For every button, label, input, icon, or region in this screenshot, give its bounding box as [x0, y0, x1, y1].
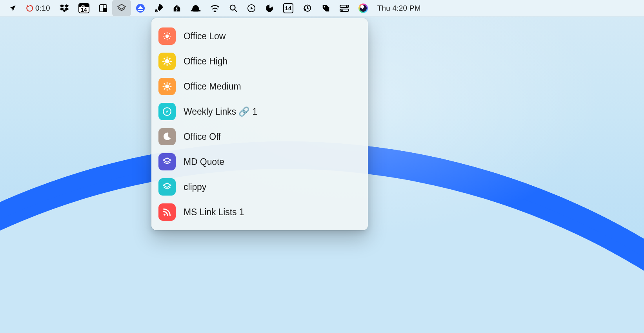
- svg-point-16: [165, 84, 169, 88]
- svg-point-15: [165, 59, 169, 64]
- date-box-day: 14: [285, 5, 291, 11]
- shortcut-office-off[interactable]: Office Off: [156, 124, 363, 149]
- eject-app-icon[interactable]: [131, 0, 150, 16]
- timer-icon: [26, 4, 34, 12]
- shortcut-ms-link-lists[interactable]: MS Link Lists 1: [156, 199, 363, 225]
- shortcut-label: Office High: [184, 56, 227, 67]
- menubar: 0:10 OCT 14: [0, 0, 644, 16]
- moon-icon: [158, 128, 176, 145]
- svg-rect-4: [138, 10, 143, 11]
- home-energy-icon[interactable]: [168, 0, 186, 16]
- rss-feed-icon: [158, 203, 176, 221]
- play-circle-icon[interactable]: [242, 0, 260, 16]
- panels-app-icon[interactable]: [94, 0, 112, 16]
- wifi-icon[interactable]: [206, 0, 224, 16]
- shortcut-office-medium[interactable]: Office Medium: [156, 74, 363, 99]
- date-box-icon[interactable]: 14: [278, 0, 298, 16]
- dropbox-icon[interactable]: [55, 0, 74, 16]
- siri-icon[interactable]: [354, 0, 373, 16]
- brightness-medium-icon: [158, 78, 176, 95]
- pie-app-icon[interactable]: [260, 0, 278, 16]
- shortcuts-dropdown: Office Low Office High Office Medium Wee…: [151, 18, 368, 230]
- rocket-app-icon[interactable]: [150, 0, 168, 16]
- shortcut-label: Office Low: [184, 31, 226, 42]
- calendar-menu-icon[interactable]: OCT 14: [74, 0, 94, 16]
- shortcuts-stack-icon: [158, 153, 176, 170]
- safari-compass-icon: [158, 103, 176, 120]
- hat-app-icon[interactable]: [186, 0, 206, 16]
- shortcut-label: Office Medium: [184, 81, 241, 92]
- shortcut-label: clippy: [184, 182, 206, 192]
- timer-text: 0:10: [35, 4, 50, 13]
- svg-point-11: [346, 5, 347, 7]
- calendar-day: 14: [81, 7, 87, 13]
- shortcut-label: Office Off: [184, 132, 221, 142]
- tag-app-icon[interactable]: [317, 0, 335, 16]
- shortcut-label: Weekly Links 🔗 1: [184, 106, 257, 117]
- spotlight-search-icon[interactable]: [224, 0, 242, 16]
- brightness-high-icon: [158, 53, 176, 70]
- shortcuts-menu-icon[interactable]: [112, 0, 131, 16]
- shortcut-label: MS Link Lists 1: [184, 207, 244, 218]
- clock-menu-item[interactable]: Thu 4:20 PM: [373, 0, 422, 16]
- control-center-icon[interactable]: [335, 0, 354, 16]
- location-services-icon[interactable]: [4, 0, 21, 16]
- svg-point-5: [214, 11, 216, 12]
- shortcut-office-low[interactable]: Office Low: [156, 24, 363, 49]
- svg-rect-2: [104, 5, 106, 7]
- time-machine-icon[interactable]: [298, 0, 317, 16]
- shortcut-weekly-links[interactable]: Weekly Links 🔗 1: [156, 99, 363, 124]
- shortcut-office-high[interactable]: Office High: [156, 49, 363, 74]
- clock-text: Thu 4:20 PM: [377, 4, 421, 13]
- shortcuts-stack-icon: [158, 178, 176, 196]
- svg-point-14: [166, 35, 169, 38]
- timer-menu-item[interactable]: 0:10: [21, 0, 55, 16]
- shortcut-clippy[interactable]: clippy: [156, 174, 363, 199]
- svg-point-18: [164, 214, 166, 216]
- shortcut-label: MD Quote: [184, 157, 224, 167]
- svg-point-9: [324, 6, 325, 7]
- brightness-low-icon: [158, 27, 176, 45]
- svg-point-13: [341, 9, 343, 11]
- svg-rect-1: [100, 5, 103, 11]
- shortcut-md-quote[interactable]: MD Quote: [156, 149, 363, 174]
